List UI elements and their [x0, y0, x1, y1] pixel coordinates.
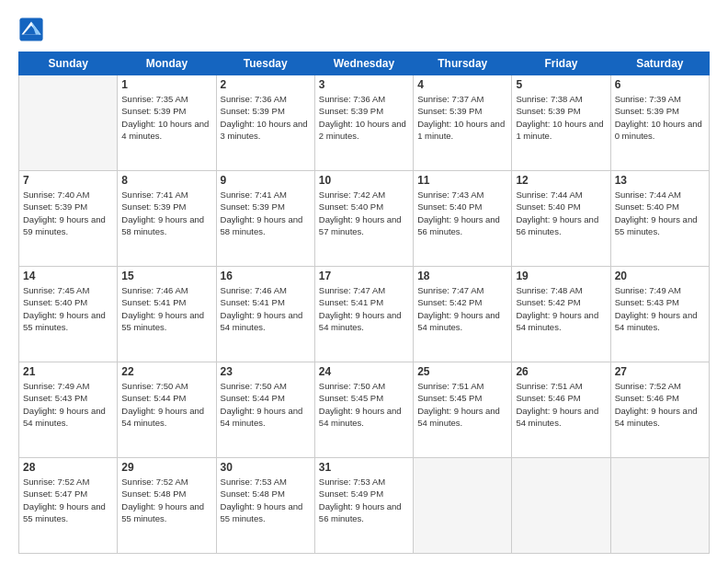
- calendar-cell: 27Sunrise: 7:52 AMSunset: 5:46 PMDayligh…: [610, 362, 709, 458]
- calendar-cell: [414, 458, 512, 554]
- calendar-cell: 18Sunrise: 7:47 AMSunset: 5:42 PMDayligh…: [414, 267, 512, 362]
- calendar-cell: 7Sunrise: 7:40 AMSunset: 5:39 PMDaylight…: [19, 171, 118, 267]
- calendar-cell: 6Sunrise: 7:39 AMSunset: 5:39 PMDaylight…: [610, 75, 709, 171]
- calendar-cell: 8Sunrise: 7:41 AMSunset: 5:39 PMDaylight…: [118, 171, 216, 267]
- calendar-cell: 17Sunrise: 7:47 AMSunset: 5:41 PMDayligh…: [314, 267, 413, 362]
- header-cell-sunday: Sunday: [19, 52, 118, 75]
- day-info: Sunrise: 7:53 AMSunset: 5:49 PMDaylight:…: [319, 476, 409, 524]
- calendar-week-0: 1Sunrise: 7:35 AMSunset: 5:39 PMDaylight…: [19, 75, 710, 171]
- calendar-table: SundayMondayTuesdayWednesdayThursdayFrid…: [18, 52, 710, 554]
- calendar-cell: 9Sunrise: 7:41 AMSunset: 5:39 PMDaylight…: [216, 171, 314, 267]
- day-info: Sunrise: 7:53 AMSunset: 5:48 PMDaylight:…: [221, 476, 311, 524]
- day-info: Sunrise: 7:48 AMSunset: 5:42 PMDaylight:…: [516, 284, 606, 333]
- day-info: Sunrise: 7:47 AMSunset: 5:41 PMDaylight:…: [319, 284, 409, 333]
- day-number: 11: [417, 174, 507, 187]
- day-number: 27: [615, 365, 705, 378]
- day-info: Sunrise: 7:39 AMSunset: 5:39 PMDaylight:…: [615, 93, 705, 142]
- day-number: 8: [121, 174, 211, 187]
- day-info: Sunrise: 7:46 AMSunset: 5:41 PMDaylight:…: [221, 284, 311, 333]
- day-info: Sunrise: 7:52 AMSunset: 5:46 PMDaylight:…: [615, 380, 705, 429]
- day-info: Sunrise: 7:49 AMSunset: 5:43 PMDaylight:…: [615, 284, 705, 333]
- day-info: Sunrise: 7:45 AMSunset: 5:40 PMDaylight:…: [23, 284, 113, 333]
- day-number: 24: [319, 365, 409, 378]
- day-info: Sunrise: 7:49 AMSunset: 5:43 PMDaylight:…: [23, 380, 113, 429]
- day-number: 29: [121, 461, 211, 474]
- day-info: Sunrise: 7:41 AMSunset: 5:39 PMDaylight:…: [221, 189, 311, 237]
- calendar-cell: 20Sunrise: 7:49 AMSunset: 5:43 PMDayligh…: [610, 267, 709, 362]
- day-number: 18: [417, 270, 507, 282]
- logo: [18, 17, 48, 42]
- day-number: 15: [121, 270, 211, 282]
- day-info: Sunrise: 7:36 AMSunset: 5:39 PMDaylight:…: [221, 93, 311, 142]
- calendar-cell: 21Sunrise: 7:49 AMSunset: 5:43 PMDayligh…: [19, 362, 118, 458]
- day-number: 25: [417, 365, 507, 378]
- day-info: Sunrise: 7:50 AMSunset: 5:44 PMDaylight:…: [121, 380, 211, 429]
- day-number: 4: [417, 78, 507, 91]
- calendar-week-3: 21Sunrise: 7:49 AMSunset: 5:43 PMDayligh…: [19, 362, 710, 458]
- calendar-week-1: 7Sunrise: 7:40 AMSunset: 5:39 PMDaylight…: [19, 171, 710, 267]
- day-number: 21: [23, 365, 113, 378]
- day-info: Sunrise: 7:40 AMSunset: 5:39 PMDaylight:…: [23, 189, 113, 237]
- header-cell-thursday: Thursday: [414, 52, 512, 75]
- calendar-week-2: 14Sunrise: 7:45 AMSunset: 5:40 PMDayligh…: [19, 267, 710, 362]
- day-info: Sunrise: 7:38 AMSunset: 5:39 PMDaylight:…: [516, 93, 606, 142]
- day-info: Sunrise: 7:36 AMSunset: 5:39 PMDaylight:…: [319, 93, 409, 142]
- header-cell-wednesday: Wednesday: [314, 52, 413, 75]
- page: SundayMondayTuesdayWednesdayThursdayFrid…: [0, 0, 728, 563]
- day-number: 14: [23, 270, 113, 282]
- header-cell-monday: Monday: [118, 52, 216, 75]
- calendar-cell: 5Sunrise: 7:38 AMSunset: 5:39 PMDaylight…: [512, 75, 610, 171]
- calendar-cell: 1Sunrise: 7:35 AMSunset: 5:39 PMDaylight…: [118, 75, 216, 171]
- calendar-cell: [610, 458, 709, 554]
- calendar-cell: 29Sunrise: 7:52 AMSunset: 5:48 PMDayligh…: [118, 458, 216, 554]
- day-info: Sunrise: 7:50 AMSunset: 5:44 PMDaylight:…: [221, 380, 311, 429]
- day-number: 6: [615, 78, 705, 91]
- day-number: 7: [23, 174, 113, 187]
- calendar-cell: 19Sunrise: 7:48 AMSunset: 5:42 PMDayligh…: [512, 267, 610, 362]
- day-info: Sunrise: 7:47 AMSunset: 5:42 PMDaylight:…: [417, 284, 507, 333]
- calendar-cell: [512, 458, 610, 554]
- day-info: Sunrise: 7:35 AMSunset: 5:39 PMDaylight:…: [121, 93, 211, 142]
- day-number: 12: [516, 174, 606, 187]
- calendar-cell: 2Sunrise: 7:36 AMSunset: 5:39 PMDaylight…: [216, 75, 314, 171]
- day-number: 22: [121, 365, 211, 378]
- calendar-cell: 10Sunrise: 7:42 AMSunset: 5:40 PMDayligh…: [314, 171, 413, 267]
- calendar-cell: 24Sunrise: 7:50 AMSunset: 5:45 PMDayligh…: [314, 362, 413, 458]
- day-number: 26: [516, 365, 606, 378]
- calendar-cell: 4Sunrise: 7:37 AMSunset: 5:39 PMDaylight…: [414, 75, 512, 171]
- day-info: Sunrise: 7:50 AMSunset: 5:45 PMDaylight:…: [319, 380, 409, 429]
- day-number: 1: [121, 78, 211, 91]
- day-info: Sunrise: 7:43 AMSunset: 5:40 PMDaylight:…: [417, 189, 507, 237]
- day-number: 31: [319, 461, 409, 474]
- calendar-header-row: SundayMondayTuesdayWednesdayThursdayFrid…: [19, 52, 710, 75]
- day-number: 5: [516, 78, 606, 91]
- calendar-cell: 28Sunrise: 7:52 AMSunset: 5:47 PMDayligh…: [19, 458, 118, 554]
- logo-icon: [18, 17, 44, 42]
- day-info: Sunrise: 7:46 AMSunset: 5:41 PMDaylight:…: [121, 284, 211, 333]
- calendar-week-4: 28Sunrise: 7:52 AMSunset: 5:47 PMDayligh…: [19, 458, 710, 554]
- calendar-cell: 31Sunrise: 7:53 AMSunset: 5:49 PMDayligh…: [314, 458, 413, 554]
- header-cell-tuesday: Tuesday: [216, 52, 314, 75]
- calendar-cell: 26Sunrise: 7:51 AMSunset: 5:46 PMDayligh…: [512, 362, 610, 458]
- day-number: 16: [221, 270, 311, 282]
- day-number: 28: [23, 461, 113, 474]
- day-number: 20: [615, 270, 705, 282]
- calendar-body: 1Sunrise: 7:35 AMSunset: 5:39 PMDaylight…: [19, 75, 710, 554]
- day-info: Sunrise: 7:44 AMSunset: 5:40 PMDaylight:…: [615, 189, 705, 237]
- day-number: 30: [221, 461, 311, 474]
- calendar-cell: 12Sunrise: 7:44 AMSunset: 5:40 PMDayligh…: [512, 171, 610, 267]
- day-number: 10: [319, 174, 409, 187]
- header-cell-saturday: Saturday: [610, 52, 709, 75]
- calendar-cell: 3Sunrise: 7:36 AMSunset: 5:39 PMDaylight…: [314, 75, 413, 171]
- calendar-cell: 23Sunrise: 7:50 AMSunset: 5:44 PMDayligh…: [216, 362, 314, 458]
- calendar-cell: [19, 75, 118, 171]
- day-info: Sunrise: 7:52 AMSunset: 5:48 PMDaylight:…: [121, 476, 211, 524]
- header: [18, 17, 710, 42]
- day-number: 3: [319, 78, 409, 91]
- calendar-cell: 16Sunrise: 7:46 AMSunset: 5:41 PMDayligh…: [216, 267, 314, 362]
- calendar-cell: 22Sunrise: 7:50 AMSunset: 5:44 PMDayligh…: [118, 362, 216, 458]
- day-info: Sunrise: 7:51 AMSunset: 5:45 PMDaylight:…: [417, 380, 507, 429]
- day-info: Sunrise: 7:37 AMSunset: 5:39 PMDaylight:…: [417, 93, 507, 142]
- calendar-cell: 25Sunrise: 7:51 AMSunset: 5:45 PMDayligh…: [414, 362, 512, 458]
- day-number: 19: [516, 270, 606, 282]
